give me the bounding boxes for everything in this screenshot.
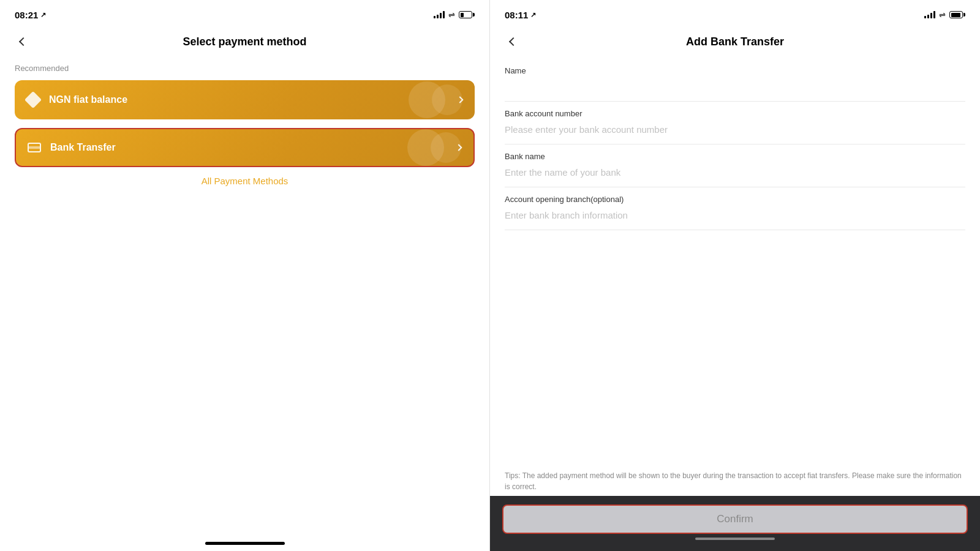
signal-icon-right — [924, 11, 935, 18]
diamond-icon — [24, 91, 42, 108]
location-arrow-right: ↗ — [530, 11, 536, 19]
name-label: Name — [505, 66, 965, 75]
status-bar-left: 08:21 ↗ ⇌ — [0, 0, 489, 27]
left-phone: 08:21 ↗ ⇌ Select payment method Recommen… — [0, 0, 490, 551]
back-button-left[interactable] — [12, 32, 32, 51]
credit-card-icon — [26, 139, 43, 156]
ngn-label: NGN fiat balance — [49, 94, 127, 105]
wifi-icon-left: ⇌ — [448, 10, 455, 20]
bank-name-label: Bank name — [505, 152, 965, 161]
bank-name-input[interactable]: Enter the name of your bank — [505, 165, 965, 182]
tips-prefix: Tips: — [505, 471, 522, 480]
card-left-ngn: NGN fiat balance — [24, 91, 127, 108]
page-title-left: Select payment method — [32, 36, 458, 48]
back-chevron-icon-left — [19, 37, 28, 46]
dark-bottom-bar: Confirm — [490, 496, 980, 551]
battery-icon-left — [459, 11, 475, 18]
home-indicator-left — [0, 537, 489, 551]
recommended-label: Recommended — [15, 64, 475, 73]
bank-transfer-label: Bank Transfer — [50, 142, 116, 153]
branch-input[interactable]: Enter bank branch information — [505, 208, 965, 225]
branch-label: Account opening branch(optional) — [505, 195, 965, 204]
signal-icon-left — [434, 11, 445, 18]
bank-transfer-card[interactable]: Bank Transfer — [15, 128, 475, 167]
right-phone: 08:11 ↗ ⇌ Add Bank Transfer — [490, 0, 980, 551]
status-icons-right: ⇌ — [924, 10, 965, 20]
all-methods-container: All Payment Methods — [15, 176, 475, 187]
home-bar-right — [695, 538, 775, 540]
card-left-bank: Bank Transfer — [26, 139, 116, 156]
tips-text: Tips: The added payment method will be s… — [505, 470, 965, 492]
name-input[interactable] — [505, 79, 965, 96]
bank-account-input[interactable]: Please enter your bank account number — [505, 122, 965, 139]
confirm-button[interactable]: Confirm — [502, 504, 968, 534]
name-field: Name — [505, 59, 965, 102]
battery-icon-right — [949, 11, 965, 18]
tips-body: The added payment method will be shown t… — [505, 471, 962, 491]
clock-left: 08:21 — [15, 10, 38, 20]
status-bar-right: 08:11 ↗ ⇌ — [490, 0, 980, 27]
bank-account-label: Bank account number — [505, 109, 965, 118]
status-icons-left: ⇌ — [434, 10, 475, 20]
bank-account-field: Bank account number Please enter your ba… — [505, 102, 965, 144]
home-bar-left — [205, 542, 285, 545]
nav-bar-left: Select payment method — [0, 27, 489, 59]
nav-bar-right: Add Bank Transfer — [490, 27, 980, 59]
home-indicator-right — [502, 534, 968, 541]
time-right: 08:11 ↗ — [505, 10, 536, 20]
time-left: 08:21 ↗ — [15, 10, 46, 20]
back-button-right[interactable] — [502, 32, 522, 51]
ngn-fiat-card[interactable]: NGN fiat balance — [15, 80, 475, 119]
wifi-icon-right: ⇌ — [939, 10, 946, 20]
form-section: Name Bank account number Please enter yo… — [490, 59, 980, 230]
clock-right: 08:11 — [505, 10, 528, 20]
back-chevron-icon-right — [509, 37, 518, 46]
branch-field: Account opening branch(optional) Enter b… — [505, 187, 965, 230]
bank-name-field: Bank name Enter the name of your bank — [505, 144, 965, 187]
all-methods-link[interactable]: All Payment Methods — [202, 176, 288, 186]
left-content: Recommended NGN fiat balance Bank Transf… — [0, 59, 489, 537]
page-title-right: Add Bank Transfer — [522, 36, 948, 48]
location-arrow-left: ↗ — [40, 11, 46, 19]
